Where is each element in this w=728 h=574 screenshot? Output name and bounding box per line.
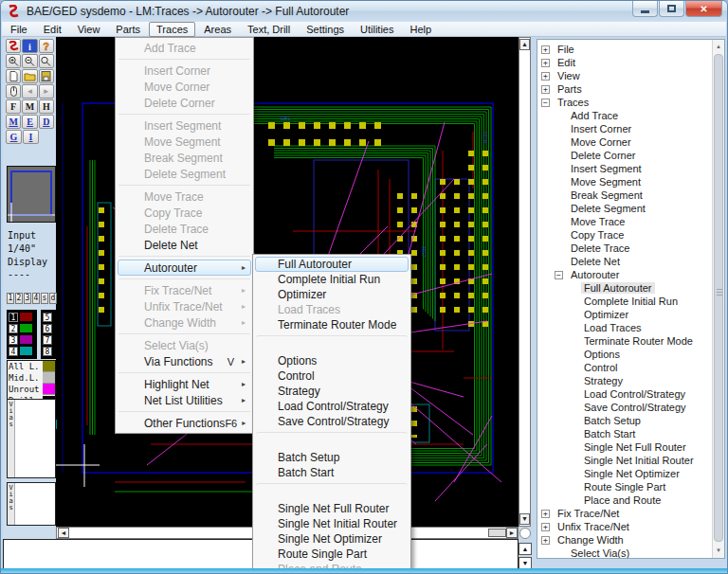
via-preview-box-2[interactable]: Vias	[7, 482, 56, 526]
scroll-down-button[interactable]: ▼	[519, 513, 530, 525]
vertical-scrollbar[interactable]: ▲ ▼	[519, 37, 531, 527]
save-file-button[interactable]	[39, 69, 54, 83]
tree-scroll-up-button[interactable]: ▲	[713, 41, 724, 53]
tree-item[interactable]: + Unfix Trace/Net	[541, 520, 724, 533]
tree-item[interactable]: Add Trace	[555, 109, 724, 122]
menu-item[interactable]: Single Net Optimizer	[255, 531, 409, 547]
board-preview[interactable]	[7, 166, 56, 223]
menu-item[interactable]: Batch Setup	[255, 450, 409, 465]
tree-item[interactable]: Control	[568, 361, 724, 374]
letter-button-i[interactable]: I	[23, 130, 39, 144]
menu-item[interactable]	[256, 335, 408, 350]
tree-item[interactable]: + File	[541, 43, 724, 56]
scroll-up-button[interactable]: ▲	[519, 39, 530, 50]
menu-item[interactable]: Insert Corner	[118, 63, 251, 79]
tree-item[interactable]: + Fix Trace/Net	[541, 507, 724, 520]
letter-button-h[interactable]: H	[39, 99, 54, 114]
tree-toggle-icon[interactable]: +	[541, 45, 550, 54]
tree-item[interactable]: Full Autorouter	[568, 281, 724, 295]
tree-toggle-icon[interactable]: +	[541, 85, 550, 94]
layer-button[interactable]: 2	[15, 293, 23, 304]
letter-button-m2[interactable]: M	[6, 115, 21, 129]
menu-item[interactable]: Full Autorouter	[255, 257, 409, 272]
tree-item[interactable]: Delete Segment	[555, 202, 724, 215]
hscroll-thumb[interactable]	[488, 529, 506, 537]
maximize-button[interactable]	[659, 1, 684, 17]
next-view-button[interactable]: ►	[39, 84, 54, 99]
layer-button[interactable]: 4	[32, 293, 40, 304]
menubar-item[interactable]: Edit	[36, 22, 69, 37]
tree-item[interactable]: Save Control/Strategy	[568, 401, 724, 414]
tree-item[interactable]: Batch Setup	[568, 414, 724, 427]
menubar-item[interactable]: Utilities	[353, 22, 401, 37]
tree-item[interactable]: Select Via(s)	[555, 547, 724, 559]
tree-item[interactable]: Route Single Part	[568, 480, 724, 493]
info-button[interactable]: i	[22, 39, 37, 53]
pan-up-button[interactable]: ▲	[519, 543, 532, 555]
layer-color-row[interactable]: 7	[43, 334, 54, 345]
menu-item[interactable]	[118, 185, 250, 186]
menubar-item[interactable]: Areas	[196, 22, 239, 37]
menu-item[interactable]: Via Functions V ▸	[118, 353, 251, 369]
tree-item[interactable]: Place and Route	[568, 493, 724, 507]
menu-item[interactable]	[256, 483, 408, 498]
tree-item[interactable]: Complete Initial Run	[568, 295, 724, 308]
menu-item[interactable]: Delete Net	[118, 237, 251, 253]
layer-color-row[interactable]: 2	[9, 323, 35, 333]
tree-item[interactable]: + Edit	[541, 56, 724, 69]
tree-scrollbar[interactable]: ▲ ▼	[712, 40, 724, 558]
menu-item[interactable]	[256, 432, 408, 447]
menu-item[interactable]: Add Trace	[118, 40, 251, 56]
menu-item[interactable]: Move Trace	[118, 188, 251, 205]
menu-item[interactable]: Change Width ▸	[118, 314, 251, 331]
menu-item[interactable]: Delete Trace	[118, 221, 251, 237]
mouse-settings-button[interactable]	[6, 84, 21, 99]
layer-color-row[interactable]: 1	[9, 312, 35, 322]
help-button[interactable]: ?	[39, 39, 54, 53]
menu-item[interactable]	[118, 333, 250, 334]
menu-item[interactable]: Single Net Initial Router	[255, 516, 409, 531]
layer-button[interactable]: d	[49, 293, 57, 304]
layer-button[interactable]: 1	[7, 293, 14, 304]
menu-item[interactable]: Options	[255, 353, 409, 368]
open-file-button[interactable]	[22, 69, 37, 83]
menu-item[interactable]: Save Control/Strategy	[255, 414, 409, 429]
layer-button[interactable]: s	[41, 293, 48, 304]
layer-color-row[interactable]: 3	[9, 334, 35, 345]
menu-item[interactable]: Break Segment	[118, 150, 251, 166]
tree-item[interactable]: Move Corner	[555, 135, 724, 149]
tree-item[interactable]: Single Net Optimizer	[568, 467, 724, 480]
prev-view-button[interactable]: ◄	[22, 84, 37, 99]
menu-item[interactable]: Load Control/Strategy	[255, 399, 409, 414]
tree-item[interactable]: + View	[541, 69, 724, 82]
tree-toggle-icon[interactable]: −	[541, 99, 550, 107]
bae-logo-button[interactable]	[6, 39, 21, 53]
tree-toggle-icon[interactable]: +	[541, 510, 550, 518]
menu-item[interactable]: Unfix Trace/Net ▸	[118, 298, 251, 314]
layer-color-row[interactable]: 4	[9, 346, 35, 356]
menu-item[interactable]: Control	[255, 368, 409, 384]
tree-item[interactable]: Single Net Initial Router	[568, 454, 724, 467]
letter-button-d[interactable]: D	[39, 115, 54, 129]
tree-item[interactable]: + Change Width	[541, 533, 724, 547]
tree-item[interactable]: Move Trace	[555, 215, 724, 228]
menubar-item[interactable]: Settings	[299, 22, 352, 37]
menu-item[interactable]: Highlight Net ▸	[118, 376, 251, 392]
menu-item[interactable]: Delete Segment	[118, 166, 251, 182]
tree-scroll-down-button[interactable]: ▼	[713, 545, 724, 557]
menu-item[interactable]: Delete Corner	[118, 95, 251, 111]
tree-toggle-icon[interactable]: +	[541, 523, 550, 531]
tree-item[interactable]: Single Net Full Router	[568, 440, 724, 454]
tree-item[interactable]: − Traces	[541, 96, 724, 109]
letter-button-m[interactable]: M	[22, 99, 37, 114]
scroll-corner-knob[interactable]	[519, 528, 531, 539]
scroll-left-button[interactable]: ◄	[58, 528, 69, 538]
tree-toggle-icon[interactable]: +	[541, 72, 550, 81]
tree-item[interactable]: Break Segment	[555, 188, 724, 202]
menu-item[interactable]	[118, 372, 250, 373]
tree-item[interactable]: Batch Start	[568, 427, 724, 440]
menubar-item[interactable]: Parts	[108, 22, 148, 37]
display-layer-row[interactable]: All L.	[8, 361, 55, 372]
tree-item[interactable]: Delete Trace	[555, 242, 724, 255]
menu-item[interactable]	[118, 59, 250, 60]
